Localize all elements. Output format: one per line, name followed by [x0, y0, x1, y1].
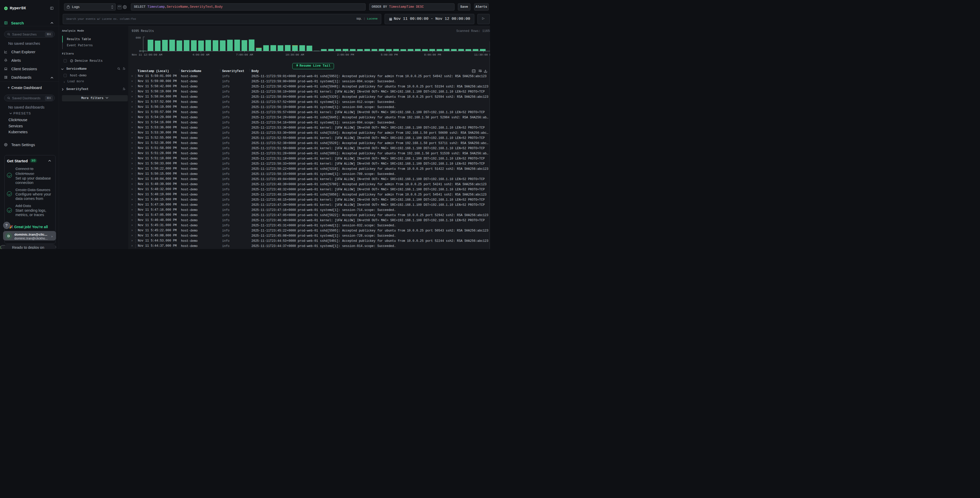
svg-text:11:30:00 PM: 11:30:00 PM	[474, 53, 490, 56]
svg-text:7:00:00 AM: 7:00:00 AM	[236, 53, 253, 56]
svg-text:0: 0	[139, 49, 141, 53]
svg-text:4:00:00 AM: 4:00:00 AM	[192, 53, 209, 56]
svg-text:600: 600	[136, 36, 141, 39]
svg-text:10:30:00 AM: 10:30:00 AM	[285, 53, 304, 56]
svg-text:5:00:00 PM: 5:00:00 PM	[381, 53, 398, 56]
svg-text:Nov 11 12:00:00 AM: Nov 11 12:00:00 AM	[132, 53, 162, 56]
svg-text:2:00:00 PM: 2:00:00 PM	[337, 53, 354, 56]
svg-text:8:00:00 PM: 8:00:00 PM	[424, 53, 441, 56]
